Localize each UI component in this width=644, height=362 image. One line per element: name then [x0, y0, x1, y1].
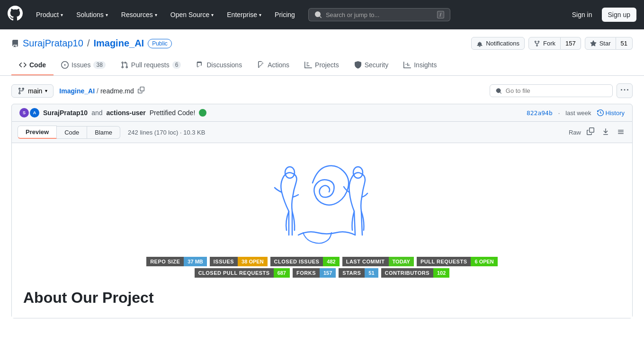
- tab-discussions[interactable]: Discussions: [188, 55, 250, 75]
- search-icon: [314, 11, 322, 18]
- download-icon: [602, 128, 609, 136]
- badge-closed-prs: CLOSED PULL REQUESTS 687: [195, 268, 290, 278]
- file-area: main ▾ Imagine_AI / readme.md: [0, 76, 644, 326]
- goto-file-input[interactable]: [506, 87, 607, 94]
- list-view-button[interactable]: [615, 127, 626, 138]
- copy-icon: [138, 87, 144, 93]
- file-toolbar-right: [490, 83, 633, 98]
- commit-hash-link[interactable]: 822a94b: [527, 109, 553, 117]
- list-view-icon: [617, 128, 625, 136]
- visibility-badge: Public: [148, 39, 172, 48]
- code-icon: [19, 61, 27, 69]
- main-nav: Product ▾ Solutions ▾ Resources ▾ Open S…: [30, 7, 301, 22]
- repo-separator: /: [87, 38, 90, 49]
- search-bar[interactable]: Search or jump to... /: [308, 8, 450, 21]
- tab-issues[interactable]: Issues 38: [54, 55, 113, 75]
- commit-bar: S A SurajPratap10 and actions-user Prett…: [11, 104, 633, 122]
- blame-tab[interactable]: Blame: [87, 126, 120, 139]
- star-count[interactable]: 51: [616, 37, 633, 50]
- breadcrumb-separator: /: [97, 87, 98, 95]
- tab-pullrequests[interactable]: Pull requests 6: [113, 55, 189, 75]
- pr-icon: [121, 61, 128, 69]
- badge-issues: ISSUES 38 OPEN: [210, 257, 268, 266]
- commit-time: last week: [565, 109, 591, 117]
- badge-pull-requests: PULL REQUESTS 6 OPEN: [417, 257, 498, 266]
- code-tab[interactable]: Code: [57, 126, 87, 139]
- nav-enterprise[interactable]: Enterprise ▾: [221, 7, 267, 22]
- tab-projects[interactable]: Projects: [297, 55, 347, 75]
- commit-co-author-link[interactable]: actions-user: [107, 109, 146, 117]
- search-icon: [496, 88, 502, 94]
- nav-product[interactable]: Product ▾: [30, 7, 69, 22]
- readme-content: REPO SIZE 37 MB ISSUES 38 OPEN CLOSED IS…: [12, 143, 632, 318]
- badge-contributors: CONTRIBUTORS 102: [381, 268, 450, 278]
- fork-icon: [534, 40, 540, 47]
- raw-button[interactable]: Raw: [569, 129, 581, 136]
- badges-row-1: REPO SIZE 37 MB ISSUES 38 OPEN CLOSED IS…: [145, 257, 499, 266]
- repo-owner-link[interactable]: SurajPratap10: [23, 38, 83, 49]
- branch-selector[interactable]: main ▾: [11, 84, 54, 98]
- issues-count-badge: 38: [93, 61, 105, 69]
- badge-stars: STARS 51: [339, 268, 378, 278]
- author-avatar: S: [19, 108, 29, 118]
- repo-title: SurajPratap10 / Imagine_AI Public: [11, 38, 172, 49]
- tab-actions[interactable]: Actions: [250, 55, 297, 75]
- nav-solutions[interactable]: Solutions ▾: [71, 7, 114, 22]
- tab-security[interactable]: Security: [347, 55, 396, 75]
- tab-insights[interactable]: Insights: [396, 55, 444, 75]
- more-options-button[interactable]: [617, 83, 633, 98]
- repo-actions: Notifications Fork 157 Star 51: [471, 37, 633, 50]
- star-button[interactable]: Star: [585, 37, 616, 50]
- file-info: 242 lines (170 loc) · 10.3 KB: [128, 129, 205, 136]
- discussions-icon: [196, 61, 204, 69]
- badge-forks: FORKS 157: [293, 268, 336, 278]
- nav-resources[interactable]: Resources ▾: [116, 7, 163, 22]
- badge-last-commit: LAST COMMIT TODAY: [342, 257, 414, 266]
- issues-icon: [61, 61, 69, 69]
- repo-name-link[interactable]: Imagine_AI: [93, 38, 144, 49]
- security-icon: [354, 61, 362, 69]
- history-button[interactable]: History: [597, 109, 625, 117]
- history-icon: [597, 109, 604, 116]
- signin-button[interactable]: Sign in: [566, 8, 598, 21]
- about-heading: About Our Project: [23, 289, 154, 307]
- file-tab-group: Preview Code Blame 242 lines (170 loc) ·…: [18, 126, 205, 139]
- commit-message: Prettified Code!: [150, 109, 196, 117]
- bell-icon: [476, 40, 483, 47]
- preview-tab[interactable]: Preview: [18, 126, 57, 139]
- fork-count[interactable]: 157: [561, 37, 581, 50]
- copy-file-button[interactable]: [585, 127, 596, 138]
- tab-code[interactable]: Code: [11, 55, 54, 75]
- insights-icon: [403, 61, 411, 69]
- repo-header: SurajPratap10 / Imagine_AI Public Notifi…: [0, 29, 644, 76]
- copy-path-button[interactable]: [136, 86, 146, 96]
- nav-opensource[interactable]: Open Source ▾: [165, 7, 220, 22]
- download-button[interactable]: [600, 127, 611, 138]
- copy-file-icon: [587, 127, 594, 135]
- signup-button[interactable]: Sign up: [602, 8, 636, 22]
- fork-group: Fork 157: [528, 37, 581, 50]
- star-group: Star 51: [585, 37, 633, 50]
- more-icon: [621, 86, 628, 94]
- commit-and-text: and: [91, 109, 102, 117]
- notifications-button[interactable]: Notifications: [471, 37, 525, 50]
- file-toolbar-left: main ▾ Imagine_AI / readme.md: [11, 84, 146, 98]
- badges-row-2: CLOSED PULL REQUESTS 687 FORKS 157 STARS…: [194, 268, 451, 278]
- header-auth: Sign in Sign up: [566, 8, 636, 22]
- breadcrumb-repo-link[interactable]: Imagine_AI: [59, 87, 95, 95]
- github-logo[interactable]: [8, 6, 23, 24]
- actions-icon: [257, 61, 265, 69]
- projects-icon: [304, 61, 312, 69]
- branch-icon: [18, 87, 25, 95]
- breadcrumb-file: readme.md: [100, 87, 134, 95]
- fork-button[interactable]: Fork: [528, 37, 561, 50]
- project-logo-drawing: [251, 154, 393, 249]
- commit-separator: ·: [558, 109, 560, 117]
- goto-file[interactable]: [490, 84, 613, 97]
- commit-author-link[interactable]: SurajPratap10: [43, 109, 88, 117]
- tab-bar: Code Issues 38 Pull requests 6 Discussio…: [11, 55, 633, 75]
- nav-pricing[interactable]: Pricing: [269, 7, 301, 22]
- commit-info-right: 822a94b · last week History: [527, 109, 625, 117]
- file-view: Preview Code Blame 242 lines (170 loc) ·…: [11, 122, 633, 318]
- file-toolbar: main ▾ Imagine_AI / readme.md: [11, 83, 633, 98]
